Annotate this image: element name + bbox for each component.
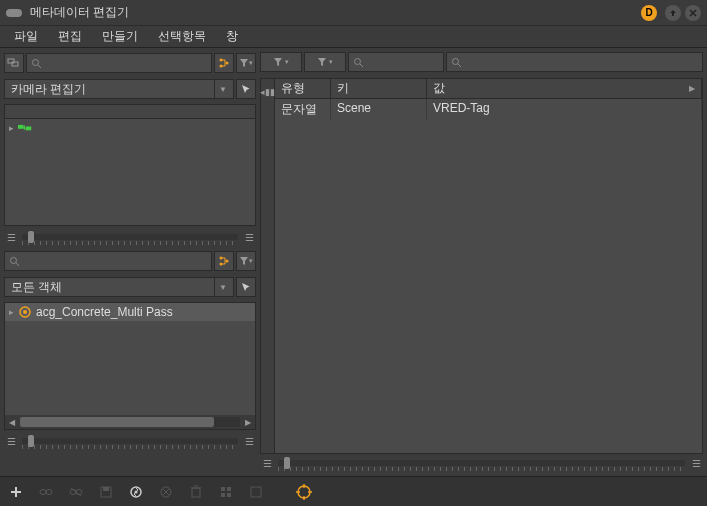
type-filter-button[interactable]: ▾ xyxy=(260,52,302,72)
grid-icon[interactable] xyxy=(214,480,238,504)
tree-item-label: acg_Concrete_Multi Pass xyxy=(36,305,173,319)
main-area: ▾ 카메라 편집기 ▼ ▸ xyxy=(0,48,707,476)
key-search-input[interactable] xyxy=(348,52,444,72)
settings-sync-button[interactable] xyxy=(124,480,148,504)
lower-tree-body[interactable]: ▸ acg_Concrete_Multi Pass xyxy=(5,303,255,415)
slider-thumb[interactable] xyxy=(28,435,34,447)
target-button[interactable] xyxy=(292,480,316,504)
expand-arrow-icon[interactable]: ▶ xyxy=(689,84,695,93)
list-large-icon: ☰ xyxy=(242,436,256,447)
add-button[interactable] xyxy=(4,480,28,504)
list-icon: ☰ xyxy=(4,436,18,447)
hierarchy-filter-button[interactable] xyxy=(214,251,234,271)
upper-zoom-slider-row: ☰ ☰ xyxy=(4,228,256,246)
upper-tree-body[interactable]: ▸ xyxy=(5,119,255,225)
filter-button[interactable]: ▾ xyxy=(236,53,256,73)
search-icon xyxy=(353,57,364,68)
menu-edit[interactable]: 편집 xyxy=(48,25,92,48)
column-key[interactable]: 키 xyxy=(331,79,427,98)
minimize-button[interactable] xyxy=(665,5,681,21)
left-column: ▾ 카메라 편집기 ▼ ▸ xyxy=(0,48,260,476)
expand-icon[interactable]: ▸ xyxy=(9,123,14,133)
menu-selection[interactable]: 선택항목 xyxy=(148,25,216,48)
upper-tree-tabs[interactable] xyxy=(5,105,255,119)
svg-point-18 xyxy=(453,58,459,64)
svg-rect-32 xyxy=(192,488,200,497)
unlink-button[interactable] xyxy=(64,480,88,504)
right-zoom-slider-row: ☰ ☰ xyxy=(260,454,703,472)
right-zoom-slider[interactable] xyxy=(278,460,685,466)
editor-dropdown[interactable]: 카메라 편집기 ▼ xyxy=(4,79,234,99)
horizontal-scrollbar[interactable]: ◀ ▶ xyxy=(5,415,255,429)
lower-search-row: ▾ xyxy=(4,250,256,272)
slider-thumb[interactable] xyxy=(28,231,34,243)
upper-search-input[interactable] xyxy=(26,53,212,73)
menu-create[interactable]: 만들기 xyxy=(92,25,148,48)
menu-file[interactable]: 파일 xyxy=(4,25,48,48)
svg-point-21 xyxy=(46,489,52,494)
checkbox-icon[interactable] xyxy=(244,480,268,504)
lower-zoom-slider[interactable] xyxy=(22,438,238,444)
svg-rect-34 xyxy=(227,487,231,491)
cell-value: VRED-Tag xyxy=(427,99,702,119)
lower-tree-panel: ▸ acg_Concrete_Multi Pass ◀ ▶ xyxy=(4,302,256,430)
hierarchy-filter-button[interactable] xyxy=(214,53,234,73)
filter-button[interactable]: ▾ xyxy=(236,251,256,271)
scope-filter-button[interactable]: ▾ xyxy=(304,52,346,72)
save-button[interactable] xyxy=(94,480,118,504)
menu-window[interactable]: 창 xyxy=(216,25,248,48)
collapse-handle[interactable]: ◂▮▮ xyxy=(261,79,275,453)
upper-search-row: ▾ xyxy=(4,52,256,74)
app-icon xyxy=(6,9,22,17)
svg-point-23 xyxy=(76,489,82,494)
cell-key: Scene xyxy=(331,99,427,119)
right-column: ▾ ▾ ◂▮▮ 유형 키 값▶ 문자열 xyxy=(260,48,707,476)
tree-row[interactable]: ▸ xyxy=(5,119,255,137)
scope-dropdown[interactable]: 모든 객체 ▼ xyxy=(4,277,234,297)
upper-zoom-slider[interactable] xyxy=(22,234,238,240)
delete-icon[interactable] xyxy=(184,480,208,504)
search-icon xyxy=(31,58,42,69)
slider-thumb[interactable] xyxy=(284,457,290,469)
table-row[interactable]: 문자열 Scene VRED-Tag xyxy=(275,99,702,119)
list-large-icon: ☰ xyxy=(242,232,256,243)
svg-point-28 xyxy=(135,490,138,493)
grid-header: 유형 키 값▶ xyxy=(275,79,702,99)
remove-button[interactable] xyxy=(154,480,178,504)
list-icon: ☰ xyxy=(260,458,274,469)
list-large-icon: ☰ xyxy=(689,458,703,469)
svg-point-16 xyxy=(355,58,361,64)
svg-rect-26 xyxy=(103,487,109,491)
lower-dropdown-row: 모든 객체 ▼ xyxy=(4,276,256,298)
scroll-thumb[interactable] xyxy=(20,417,214,427)
right-search-row: ▾ ▾ xyxy=(260,52,703,74)
svg-point-15 xyxy=(23,310,27,314)
tag-toggle-button[interactable] xyxy=(4,53,24,73)
close-button[interactable] xyxy=(685,5,701,21)
svg-line-17 xyxy=(360,64,363,67)
tree-row[interactable]: ▸ acg_Concrete_Multi Pass xyxy=(5,303,255,321)
lower-search-input[interactable] xyxy=(4,251,212,271)
svg-point-2 xyxy=(33,59,39,65)
svg-rect-37 xyxy=(251,487,261,497)
link-button[interactable] xyxy=(34,480,58,504)
cursor-picker-button[interactable] xyxy=(236,277,256,297)
column-type[interactable]: 유형 xyxy=(275,79,331,98)
svg-point-9 xyxy=(11,257,17,263)
svg-point-22 xyxy=(70,489,76,494)
cursor-picker-button[interactable] xyxy=(236,79,256,99)
value-search-input[interactable] xyxy=(446,52,703,72)
column-value[interactable]: 값▶ xyxy=(427,79,702,98)
camera-group-icon xyxy=(18,121,32,135)
scroll-left-button[interactable]: ◀ xyxy=(5,415,19,429)
svg-line-3 xyxy=(38,65,41,68)
expand-icon[interactable]: ▸ xyxy=(9,307,14,317)
bottom-toolbar xyxy=(0,476,707,506)
grid-rows[interactable]: 문자열 Scene VRED-Tag xyxy=(275,99,702,453)
scroll-right-button[interactable]: ▶ xyxy=(241,415,255,429)
menubar: 파일 편집 만들기 선택항목 창 xyxy=(0,26,707,48)
d-badge[interactable]: D xyxy=(641,5,657,21)
titlebar: 메타데이터 편집기 D xyxy=(0,0,707,26)
search-icon xyxy=(451,57,462,68)
svg-point-20 xyxy=(40,489,46,494)
